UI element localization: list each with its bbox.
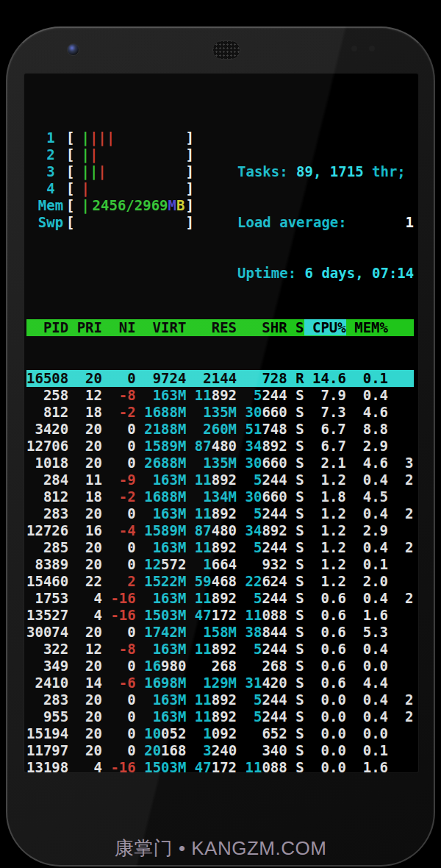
column-header-virt[interactable]: VIRT — [136, 319, 187, 335]
cell-ni: 0 — [102, 742, 136, 758]
mem-value-low: 244 — [262, 387, 287, 403]
mem-value-mb: 1589M — [144, 438, 186, 454]
cell-mem-value: 87480 — [186, 522, 237, 538]
table-row[interactable]: 11797 20 0 20168 3240 340 S 0.0 0.1 — [26, 742, 414, 759]
table-row[interactable]: 16508 20 0 9724 2144 728 R 14.6 0.1 — [26, 370, 414, 387]
cell-mem-value: 11892 — [186, 539, 237, 555]
cell-mem-pct: 8.8 — [346, 421, 388, 437]
system-info: Tasks: 89, 1715 thr; Load average: 1 Upt… — [237, 129, 414, 316]
front-camera-icon — [67, 43, 79, 56]
table-row[interactable]: 812 18 -2 1688M 135M 30660 S 7.3 4.6 — [26, 404, 414, 421]
table-row[interactable]: 15460 22 2 1522M 59468 22624 S 1.2 2.0 — [26, 573, 414, 590]
cell-pid: 284 — [26, 472, 68, 488]
cell-ni: -8 — [102, 387, 136, 403]
cell-mem-value: 31420 — [237, 675, 287, 691]
table-row[interactable]: 1018 20 0 2688M 135M 30660 S 2.1 4.6 3 — [26, 455, 414, 472]
cell-cpu: 6.7 — [304, 421, 346, 437]
mem-value-low: 088 — [262, 759, 287, 772]
mem-value-low: 892 — [212, 539, 237, 555]
cell-mem-pct: 0.1 — [346, 556, 388, 572]
cell-mem-value: 5244 — [237, 387, 287, 403]
cell-pri: 20 — [68, 691, 102, 708]
tasks-value: 89, 1715 — [296, 163, 364, 179]
cell-state: S — [287, 624, 304, 640]
table-row[interactable]: 258 12 -8 163M 11892 5244 S 7.9 0.4 — [26, 387, 414, 404]
memory-usage-text: 2456/2969MB — [93, 197, 185, 214]
column-header-mem[interactable]: MEM% — [346, 319, 388, 335]
mem-value: 268 — [212, 658, 237, 674]
cell-mem-value: 340 — [237, 742, 287, 758]
cell-mem-value: 30660 — [237, 488, 287, 505]
cell-mem-value: 47172 — [186, 607, 237, 623]
mem-value-mb: 1503M — [144, 759, 186, 772]
cell-mem-value: 2144 — [186, 370, 237, 386]
cell-mem-value: 11892 — [186, 691, 237, 708]
table-row[interactable]: 1753 4 -16 163M 11892 5244 S 0.6 0.4 2 — [26, 590, 414, 607]
table-row[interactable]: 349 20 0 16980 268 268 S 0.6 0.0 — [26, 658, 414, 675]
cell-pri: 20 — [68, 708, 102, 725]
cell-ni: 0 — [102, 421, 136, 437]
green-bar-tick: | — [81, 146, 89, 163]
meter-bracket-open: [ — [66, 163, 74, 179]
column-header-ni[interactable]: NI — [102, 319, 136, 335]
table-row[interactable]: 2410 14 -6 1698M 129M 31420 S 0.6 4.4 — [26, 675, 414, 691]
column-header-res[interactable]: RES — [186, 319, 237, 335]
cell-ni: -16 — [102, 590, 136, 606]
cell-mem-value: 30660 — [237, 404, 287, 420]
table-row[interactable]: 12726 16 -4 1589M 87480 34892 S 1.2 2.9 — [26, 522, 414, 539]
mem-value-high: 5 — [254, 539, 262, 555]
table-row[interactable]: 284 11 -9 163M 11892 5244 S 1.2 0.4 2 — [26, 472, 414, 488]
cell-mem-pct: 2.9 — [346, 522, 388, 538]
meter-bracket-open: [ — [66, 129, 74, 146]
table-row[interactable]: 955 20 0 163M 11892 5244 S 0.0 0.4 2 — [26, 708, 414, 725]
column-header-s[interactable]: S — [287, 319, 304, 335]
mem-value-mb: 163M — [153, 590, 187, 606]
mem-value-high: 31 — [245, 675, 262, 691]
cell-pri: 20 — [68, 556, 102, 572]
column-header-cpu[interactable]: CPU% — [304, 319, 346, 335]
mem-value-low: 088 — [262, 607, 287, 623]
table-row[interactable]: 283 20 0 163M 11892 5244 S 0.0 0.4 2 — [26, 691, 414, 708]
table-row[interactable]: 13527 4 -16 1503M 47172 11088 S 0.6 1.6 — [26, 607, 414, 624]
cell-state: S — [287, 404, 304, 420]
mem-value-high: 5 — [254, 472, 262, 488]
cell-cpu: 1.2 — [304, 556, 346, 572]
table-row[interactable]: 30074 20 0 1742M 158M 38844 S 0.6 5.3 — [26, 624, 414, 641]
table-row[interactable]: 3420 20 0 2188M 260M 51748 S 6.7 8.8 — [26, 421, 414, 438]
mem-value-mb: 129M — [203, 675, 237, 691]
mem-value-mb: 135M — [203, 404, 237, 420]
meter-bar: |||| — [74, 129, 185, 146]
table-row[interactable]: 8389 20 0 12572 1664 932 S 1.2 0.1 — [26, 556, 414, 573]
mem-value-high: 5 — [254, 691, 262, 708]
cell-mem-value: 5244 — [237, 590, 287, 606]
mem-value-low: 244 — [262, 505, 287, 522]
table-row[interactable]: 13198 4 -16 1503M 47172 11088 S 0.0 1.6 — [26, 759, 414, 772]
mem-value-low: 244 — [262, 590, 287, 606]
cell-pid: 812 — [26, 404, 68, 420]
red-bar-tick: | — [107, 129, 115, 146]
cell-state: S — [287, 387, 304, 403]
table-row[interactable]: 12706 20 0 1589M 87480 34892 S 6.7 2.9 — [26, 438, 414, 455]
cell-time-fragment: 2 — [388, 590, 413, 606]
cell-mem-value: 932 — [237, 556, 287, 572]
mem-value-low: 892 — [262, 438, 287, 454]
column-header-pri[interactable]: PRI — [68, 319, 102, 335]
table-row[interactable]: 15194 20 0 10052 1092 652 S 0.0 0.0 — [26, 725, 414, 742]
mem-value-high: 47 — [195, 607, 212, 623]
column-header-shr[interactable]: SHR — [237, 319, 287, 335]
mem-value-high: 22 — [245, 573, 262, 589]
cell-mem-value: 163M — [136, 691, 187, 708]
table-row[interactable]: 285 20 0 163M 11892 5244 S 1.2 0.4 2 — [26, 539, 414, 556]
cell-cpu: 1.8 — [304, 488, 346, 505]
mem-value-low: 980 — [161, 658, 186, 674]
cell-mem-value: 260M — [186, 421, 237, 437]
mem-value-mb: 163M — [153, 691, 187, 708]
table-row[interactable]: 812 18 -2 1688M 134M 30660 S 1.8 4.5 — [26, 488, 414, 505]
cell-mem-value: 163M — [136, 641, 187, 657]
table-row[interactable]: 283 20 0 163M 11892 5244 S 1.2 0.4 2 — [26, 505, 414, 522]
mem-value-mb: 1503M — [144, 607, 186, 623]
table-row[interactable]: 322 12 -8 163M 11892 5244 S 0.6 0.4 — [26, 641, 414, 658]
cell-pri: 20 — [68, 455, 102, 471]
column-header-pid[interactable]: PID — [26, 319, 68, 335]
mem-value-low: 480 — [212, 438, 237, 454]
